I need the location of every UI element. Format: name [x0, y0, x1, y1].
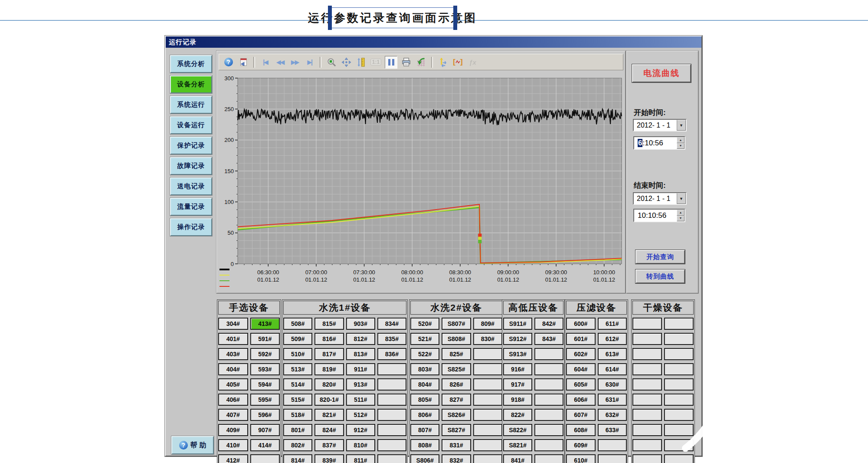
device-cell-918[interactable]: 918# [503, 394, 532, 406]
sidebar-item-8[interactable]: 流量记录 [170, 198, 212, 216]
device-cell-633[interactable]: 633# [598, 424, 627, 436]
device-cell-413[interactable]: 413# [250, 318, 280, 330]
device-cell-824[interactable]: 824# [314, 424, 344, 436]
device-cell-903[interactable]: 903# [346, 318, 375, 330]
device-cell-S827[interactable]: S827# [442, 424, 471, 436]
device-cell-826[interactable]: 826# [442, 378, 471, 391]
spinner-down-icon[interactable]: ▼ [677, 143, 685, 149]
device-cell-512[interactable]: 512# [346, 409, 375, 421]
sidebar-item-2[interactable]: 设备分析 [170, 76, 212, 93]
device-cell-591[interactable]: 591# [250, 333, 280, 345]
last-record-icon[interactable]: ▶| [304, 56, 315, 68]
device-cell-S807[interactable]: S807# [442, 318, 471, 330]
device-cell-814[interactable]: 814# [283, 454, 312, 463]
device-cell-805[interactable]: 805# [410, 394, 439, 406]
device-cell-912[interactable]: 912# [346, 424, 375, 436]
start-time-spinner[interactable]: 6:10:56 ▲▼ [633, 136, 685, 150]
device-cell-801[interactable]: 801# [283, 424, 312, 436]
device-cell-304[interactable]: 304# [218, 318, 248, 330]
device-cell-820-1[interactable]: 820-1# [314, 394, 344, 406]
device-cell-410[interactable]: 410# [218, 439, 248, 451]
device-cell-837[interactable]: 837# [314, 439, 344, 451]
device-cell-509[interactable]: 509# [283, 333, 312, 345]
device-cell-594[interactable]: 594# [250, 378, 280, 391]
device-cell-593[interactable]: 593# [250, 363, 280, 375]
device-cell-600[interactable]: 600# [566, 318, 596, 330]
device-cell-809[interactable]: 809# [473, 318, 502, 330]
device-cell-508[interactable]: 508# [283, 318, 312, 330]
device-cell-611[interactable]: 611# [598, 318, 627, 330]
device-cell-807[interactable]: 807# [410, 424, 439, 436]
device-cell-830[interactable]: 830# [473, 333, 502, 345]
end-date-dropdown-icon[interactable]: ▼ [677, 193, 686, 204]
end-date-select[interactable]: 2012- 1 - 1 ▼ [633, 192, 687, 205]
device-cell-822[interactable]: 822# [503, 409, 532, 421]
bracket-icon[interactable]: [] [452, 56, 464, 68]
device-cell-406[interactable]: 406# [218, 394, 248, 406]
device-cell-812[interactable]: 812# [346, 333, 375, 345]
device-cell-605[interactable]: 605# [566, 378, 596, 391]
data-panel-icon[interactable] [237, 56, 249, 68]
device-cell-405[interactable]: 405# [218, 378, 248, 391]
sidebar-item-3[interactable]: 系统运行 [170, 96, 212, 114]
device-cell-608[interactable]: 608# [566, 424, 596, 436]
device-cell-819[interactable]: 819# [314, 363, 344, 375]
device-cell-514[interactable]: 514# [283, 378, 312, 391]
device-cell-S911[interactable]: S911# [503, 318, 532, 330]
spinner-up-icon[interactable]: ▲ [677, 137, 685, 143]
device-cell-632[interactable]: 632# [598, 409, 627, 421]
device-cell-403[interactable]: 403# [218, 348, 248, 360]
device-cell-S808[interactable]: S808# [442, 333, 471, 345]
device-cell-613[interactable]: 613# [598, 348, 627, 360]
device-cell-606[interactable]: 606# [566, 394, 596, 406]
sidebar-item-6[interactable]: 故障记录 [170, 157, 212, 175]
device-cell-612[interactable]: 612# [598, 333, 627, 345]
device-cell-521[interactable]: 521# [410, 333, 439, 345]
device-cell-831[interactable]: 831# [442, 439, 471, 451]
device-cell-839[interactable]: 839# [314, 454, 344, 463]
device-cell-817[interactable]: 817# [314, 348, 344, 360]
current-curve-button[interactable]: 电流曲线 [632, 64, 691, 82]
curve-switch-icon[interactable] [437, 56, 449, 68]
device-cell-631[interactable]: 631# [598, 394, 627, 406]
device-cell-614[interactable]: 614# [598, 363, 627, 375]
device-cell-813[interactable]: 813# [346, 348, 375, 360]
device-cell-803[interactable]: 803# [410, 363, 439, 375]
device-cell-595[interactable]: 595# [250, 394, 280, 406]
device-cell-601[interactable]: 601# [566, 333, 596, 345]
goto-curve-button[interactable]: 转到曲线 [635, 269, 685, 283]
device-cell-808[interactable]: 808# [410, 439, 439, 451]
device-cell-404[interactable]: 404# [218, 363, 248, 375]
device-cell-911[interactable]: 911# [346, 363, 375, 375]
device-cell-832[interactable]: 832# [442, 454, 471, 463]
device-cell-827[interactable]: 827# [442, 394, 471, 406]
device-cell-511[interactable]: 511# [346, 394, 375, 406]
device-cell-S912[interactable]: S912# [503, 333, 532, 345]
device-cell-836[interactable]: 836# [377, 348, 406, 360]
print-icon[interactable] [400, 56, 412, 68]
sidebar-item-5[interactable]: 保护记录 [170, 137, 212, 154]
device-cell-401[interactable]: 401# [218, 333, 248, 345]
end-time-spinner[interactable]: 10:10:56 ▲▼ [633, 209, 685, 222]
rewind-icon[interactable]: ◀◀ [274, 56, 286, 68]
device-cell-810[interactable]: 810# [346, 439, 375, 451]
start-date-select[interactable]: 2012- 1 - 1 ▼ [633, 119, 687, 131]
device-cell-407[interactable]: 407# [218, 409, 248, 421]
help-icon[interactable]: ? [223, 56, 234, 68]
spinner-up-icon[interactable]: ▲ [677, 210, 685, 216]
device-cell-842[interactable]: 842# [534, 318, 563, 330]
forward-icon[interactable]: ▶▶ [289, 56, 301, 68]
first-record-icon[interactable]: |◀ [259, 56, 271, 68]
device-cell-S821[interactable]: S821# [503, 439, 532, 451]
device-cell-609[interactable]: 609# [566, 439, 596, 451]
device-cell-607[interactable]: 607# [566, 409, 596, 421]
start-date-dropdown-icon[interactable]: ▼ [677, 120, 686, 131]
device-cell-820[interactable]: 820# [314, 378, 344, 391]
device-cell-515[interactable]: 515# [283, 394, 312, 406]
device-cell-513[interactable]: 513# [283, 363, 312, 375]
pan-icon[interactable] [341, 56, 352, 68]
device-cell-843[interactable]: 843# [534, 333, 563, 345]
spinner-down-icon[interactable]: ▼ [677, 216, 685, 222]
device-cell-841[interactable]: 841# [503, 454, 532, 463]
sidebar-item-9[interactable]: 操作记录 [170, 218, 212, 236]
